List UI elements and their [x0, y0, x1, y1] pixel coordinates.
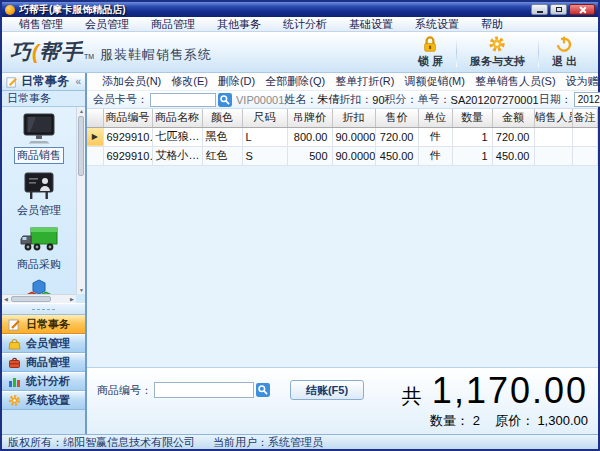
- pencil-icon: [6, 76, 18, 88]
- cell-unit: 件: [418, 146, 452, 165]
- sku-search-button[interactable]: [256, 383, 270, 397]
- close-button[interactable]: [569, 4, 595, 15]
- member-bar: 会员卡号： VIP00001 姓名： 朱倩 折扣： 90 积分： 单号： SA2…: [87, 91, 598, 109]
- action-toolbar: 添加会员(N) 修改(E) 删除(D) 全部删除(Q) 整单打折(R) 调额促销…: [87, 73, 598, 91]
- qty-label: 数量：: [430, 413, 469, 428]
- member-card-input[interactable]: [150, 93, 216, 107]
- nav-daily-tasks[interactable]: 日常事务: [2, 315, 85, 334]
- total-display: 共 1,170.00: [402, 370, 588, 412]
- qty-value: 2: [473, 413, 480, 428]
- order-no-label: 单号：: [418, 92, 451, 107]
- menu-other[interactable]: 其他事务: [206, 17, 272, 32]
- delete-button[interactable]: 删除(D): [213, 74, 260, 89]
- menu-system-settings[interactable]: 系统设置: [404, 17, 470, 32]
- member-card-label: 会员卡号：: [93, 92, 148, 107]
- menu-stats[interactable]: 统计分析: [272, 17, 338, 32]
- grip-dots-icon: [31, 308, 57, 311]
- module-vertical-scrollbar[interactable]: ▲ ▼: [76, 107, 85, 294]
- nav-statistics[interactable]: 统计分析: [2, 372, 85, 391]
- gear-icon: [488, 35, 506, 53]
- col-remark[interactable]: 备注: [572, 109, 598, 127]
- row-marker: [87, 146, 103, 165]
- table-row[interactable]: ▶ 6929910… 七匹狼… 黑色 L 800.00 90.0000 720.…: [87, 127, 598, 146]
- nav-system-settings[interactable]: 系统设置: [2, 391, 85, 410]
- col-price[interactable]: 售价: [375, 109, 418, 127]
- cell-product-code: 6929910…: [103, 127, 152, 146]
- cell-discount: 90.0000: [332, 127, 375, 146]
- edit-button[interactable]: 修改(E): [166, 74, 213, 89]
- scroll-up-icon[interactable]: ▲: [78, 107, 85, 115]
- col-product-name[interactable]: 商品名称: [152, 109, 202, 127]
- discount-label: 折扣：: [339, 92, 372, 107]
- sales-grid-area: 商品编号 商品名称 颜色 尺码 吊牌价 折扣 售价 单位 数量 金额 销售人员 …: [87, 109, 598, 368]
- sidebar-subheader: 日常事务: [2, 91, 85, 107]
- menu-members[interactable]: 会员管理: [74, 17, 140, 32]
- cell-size: S: [242, 146, 287, 165]
- power-icon: [555, 35, 573, 53]
- col-color[interactable]: 颜色: [202, 109, 242, 127]
- exit-button[interactable]: 退 出: [539, 35, 590, 69]
- col-tag-price[interactable]: 吊牌价: [287, 109, 332, 127]
- menu-basic-settings[interactable]: 基础设置: [338, 17, 404, 32]
- current-user-text: 当前用户：系统管理员: [213, 435, 323, 450]
- nav-product-management[interactable]: 商品管理: [2, 353, 85, 372]
- table-row[interactable]: 6929910… 艾格小… 红色 S 500 90.0000 450.00 件 …: [87, 146, 598, 165]
- sidebar-nav: 日常事务 会员管理 商品管理 统计分析 系统设置: [2, 315, 85, 410]
- promo-button[interactable]: 调额促销(M): [399, 74, 470, 89]
- collapse-icon[interactable]: «: [75, 76, 81, 87]
- order-salesperson-button[interactable]: 整单销售人员(S): [470, 74, 561, 89]
- bag-icon: [8, 337, 21, 350]
- row-marker: ▶: [87, 127, 103, 146]
- menu-bar: 销售管理 会员管理 商品管理 其他事务 统计分析 基础设置 系统设置 帮助: [2, 17, 598, 32]
- date-picker[interactable]: 2012-07-27: [574, 92, 600, 107]
- scroll-left-icon[interactable]: ◀: [2, 296, 10, 303]
- col-unit[interactable]: 单位: [418, 109, 452, 127]
- scroll-down-icon[interactable]: ▼: [78, 286, 85, 294]
- cell-color: 黑色: [202, 127, 242, 146]
- delete-all-button[interactable]: 全部删除(Q): [260, 74, 330, 89]
- header-band: 巧(帮手 TM 服装鞋帽销售系统 锁 屏 服务与支持: [2, 32, 598, 73]
- minimize-button[interactable]: [531, 4, 548, 15]
- discount-value: 90: [372, 94, 384, 106]
- module-product-management[interactable]: 商品管理: [15, 279, 63, 294]
- status-bar: 版权所有：绵阳智赢信息技术有限公司 当前用户：系统管理员: [2, 434, 598, 449]
- checkout-button[interactable]: 结账(F5): [290, 380, 364, 400]
- row-selector-header: [87, 109, 103, 127]
- sidebar-splitter[interactable]: [2, 303, 85, 315]
- total-amount: 1,170.00: [432, 370, 588, 412]
- maximize-button[interactable]: [550, 4, 567, 15]
- menu-help[interactable]: 帮助: [470, 17, 514, 32]
- set-gift-button[interactable]: 设为赠送(Z): [561, 74, 600, 89]
- scroll-thumb[interactable]: [78, 116, 84, 176]
- module-member-management[interactable]: 会员管理: [15, 171, 63, 218]
- nav-member-management[interactable]: 会员管理: [2, 334, 85, 353]
- col-size[interactable]: 尺码: [242, 109, 287, 127]
- module-product-sales[interactable]: 商品销售: [14, 113, 64, 164]
- scroll-thumb[interactable]: [11, 296, 51, 302]
- copyright-text: 版权所有：绵阳智赢信息技术有限公司: [8, 435, 195, 450]
- quantity-summary: 数量： 2 原价： 1,300.00: [430, 412, 588, 430]
- col-discount[interactable]: 折扣: [332, 109, 375, 127]
- logo-swoosh: (: [32, 40, 39, 64]
- col-salesperson[interactable]: 销售人员: [534, 109, 572, 127]
- menu-products[interactable]: 商品管理: [140, 17, 206, 32]
- module-product-purchase[interactable]: 商品采购: [15, 225, 63, 272]
- module-horizontal-scrollbar[interactable]: ◀ ▶: [2, 294, 76, 303]
- lock-screen-button[interactable]: 锁 屏: [405, 35, 456, 69]
- title-bar: 巧帮手(摩卡服饰精品店): [2, 2, 598, 17]
- cell-product-name: 艾格小…: [152, 146, 202, 165]
- col-product-code[interactable]: 商品编号: [103, 109, 152, 127]
- menu-sales[interactable]: 销售管理: [8, 17, 74, 32]
- scroll-right-icon[interactable]: ▶: [68, 296, 76, 303]
- support-button[interactable]: 服务与支持: [457, 35, 538, 69]
- cell-salesperson: [534, 146, 572, 165]
- sku-input[interactable]: [154, 382, 254, 398]
- col-amount[interactable]: 金额: [492, 109, 534, 127]
- logo-subtitle: 服装鞋帽销售系统: [100, 46, 212, 64]
- add-member-button[interactable]: 添加会员(N): [97, 74, 166, 89]
- member-board-icon: [21, 171, 57, 201]
- col-quantity[interactable]: 数量: [452, 109, 492, 127]
- discount-order-button[interactable]: 整单打折(R): [330, 74, 399, 89]
- app-window: 巧帮手(摩卡服饰精品店) 销售管理 会员管理 商品管理 其他事务 统计分析 基础…: [0, 0, 600, 451]
- member-search-button[interactable]: [218, 93, 232, 107]
